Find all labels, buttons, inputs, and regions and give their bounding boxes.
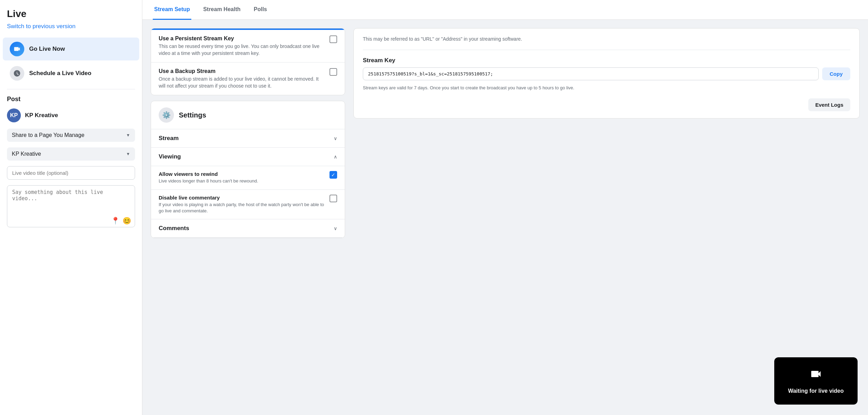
center-panel: Use a Persistent Stream Key This can be … bbox=[151, 28, 345, 407]
persistent-key-desc: This can be reused every time you go liv… bbox=[159, 43, 325, 57]
tab-polls[interactable]: Polls bbox=[252, 0, 268, 20]
persistent-key-title: Use a Persistent Stream Key bbox=[159, 35, 325, 42]
persistent-stream-key-option: Use a Persistent Stream Key This can be … bbox=[151, 30, 345, 63]
commentary-option: Disable live commentary If your video is… bbox=[151, 189, 345, 219]
description-container: 📍 😊 bbox=[7, 185, 135, 227]
comments-section-label: Comments bbox=[159, 225, 189, 232]
textarea-toolbar: 📍 😊 bbox=[7, 214, 135, 227]
copy-button[interactable]: Copy bbox=[822, 67, 851, 80]
content-area: Use a Persistent Stream Key This can be … bbox=[142, 20, 868, 415]
stream-key-note: Stream keys are valid for 7 days. Once y… bbox=[363, 84, 850, 91]
page-item: KP KP Kreative bbox=[0, 105, 142, 126]
stream-key-row: Copy bbox=[363, 67, 850, 80]
commentary-desc: If your video is playing in a watch part… bbox=[159, 202, 325, 214]
viewing-chevron: ∧ bbox=[334, 154, 337, 160]
stream-section-label: Stream bbox=[159, 135, 179, 142]
schedule-label: Schedule a Live Video bbox=[29, 70, 91, 77]
settings-title: Settings bbox=[179, 111, 206, 119]
commentary-title: Disable live commentary bbox=[159, 195, 325, 201]
stream-key-label: Stream Key bbox=[363, 57, 850, 64]
rewind-title: Allow viewers to rewind bbox=[159, 171, 258, 177]
main-content: Stream Setup Stream Health Polls Use a P… bbox=[142, 0, 868, 415]
waiting-overlay: Waiting for live video bbox=[774, 357, 858, 405]
location-icon[interactable]: 📍 bbox=[111, 217, 120, 225]
viewing-section-label: Viewing bbox=[159, 153, 181, 160]
left-sidebar: Live Switch to previous version Go Live … bbox=[0, 0, 142, 415]
rewind-option: Allow viewers to rewind Live videos long… bbox=[151, 166, 345, 189]
viewing-section-header[interactable]: Viewing ∧ bbox=[151, 148, 345, 166]
emoji-icon[interactable]: 😊 bbox=[123, 217, 131, 225]
backup-stream-option: Use a Backup Stream Once a backup stream… bbox=[151, 63, 345, 95]
tab-stream-health[interactable]: Stream Health bbox=[202, 0, 242, 20]
settings-card: ⚙️ Settings Stream ∨ Viewing ∧ bbox=[151, 101, 345, 238]
stream-options-card: Use a Persistent Stream Key This can be … bbox=[151, 28, 345, 95]
share-to-page-dropdown[interactable]: Share to a Page You Manage ▼ bbox=[7, 129, 135, 142]
dropdown-arrow-page: ▼ bbox=[126, 152, 130, 156]
tab-stream-setup[interactable]: Stream Setup bbox=[153, 0, 191, 20]
page-name: KP Kreative bbox=[25, 112, 58, 119]
page-select-dropdown[interactable]: KP Kreative ▼ bbox=[7, 147, 135, 161]
settings-icon: ⚙️ bbox=[159, 107, 174, 123]
rewind-desc: Live videos longer than 8 hours can't be… bbox=[159, 178, 258, 184]
rewind-checkbox[interactable]: ✓ bbox=[329, 171, 337, 179]
stream-chevron: ∨ bbox=[334, 136, 337, 141]
comments-chevron: ∨ bbox=[334, 226, 337, 231]
go-live-icon bbox=[10, 42, 24, 56]
video-title-input[interactable] bbox=[7, 166, 135, 180]
stream-section: Stream ∨ bbox=[151, 129, 345, 148]
viewing-section: Viewing ∧ Allow viewers to rewind Live v… bbox=[151, 148, 345, 219]
persistent-key-checkbox[interactable] bbox=[329, 35, 337, 43]
waiting-text: Waiting for live video bbox=[788, 388, 844, 394]
page-avatar: KP bbox=[7, 108, 21, 122]
backup-stream-checkbox[interactable] bbox=[329, 68, 337, 76]
settings-header: ⚙️ Settings bbox=[151, 101, 345, 129]
schedule-icon bbox=[10, 66, 24, 81]
stream-section-header[interactable]: Stream ∨ bbox=[151, 129, 345, 147]
sidebar-divider bbox=[7, 89, 135, 89]
event-logs-button[interactable]: Event Logs bbox=[808, 98, 850, 111]
tabs-bar: Stream Setup Stream Health Polls bbox=[142, 0, 868, 20]
switch-version-link[interactable]: Switch to previous version bbox=[7, 23, 135, 30]
description-input[interactable] bbox=[7, 186, 135, 213]
stream-key-card: This may be referred to as "URL" or "Add… bbox=[353, 28, 860, 119]
stream-key-input[interactable] bbox=[363, 67, 819, 80]
backup-stream-title: Use a Backup Stream bbox=[159, 68, 325, 74]
commentary-checkbox[interactable] bbox=[329, 195, 337, 202]
post-section-title: Post bbox=[0, 93, 142, 105]
comments-section: Comments ∨ bbox=[151, 219, 345, 238]
nav-item-schedule[interactable]: Schedule a Live Video bbox=[3, 62, 139, 85]
dropdown-arrow-share: ▼ bbox=[126, 133, 130, 138]
right-panel: This may be referred to as "URL" or "Add… bbox=[345, 28, 860, 407]
backup-stream-desc: Once a backup stream is added to your li… bbox=[159, 76, 325, 89]
waiting-video-icon bbox=[810, 368, 822, 383]
sidebar-title: Live bbox=[7, 8, 135, 19]
nav-item-go-live-now[interactable]: Go Live Now bbox=[3, 38, 139, 60]
comments-section-header[interactable]: Comments ∨ bbox=[151, 219, 345, 237]
go-live-label: Go Live Now bbox=[29, 46, 65, 52]
stream-url-note: This may be referred to as "URL" or "Add… bbox=[363, 35, 850, 43]
sidebar-header: Live Switch to previous version bbox=[0, 0, 142, 37]
